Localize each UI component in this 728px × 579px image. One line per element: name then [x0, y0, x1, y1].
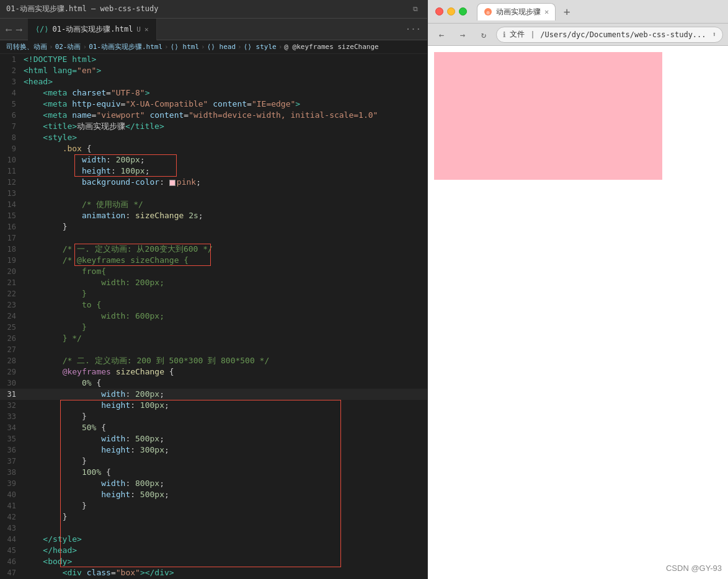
code-line: 25 }: [0, 322, 427, 333]
minimize-traffic-light[interactable]: [447, 7, 455, 15]
code-line: 21 width: 200px;: [0, 277, 427, 288]
code-line: 27: [0, 344, 427, 355]
code-line: 26 } */: [0, 333, 427, 344]
code-line: 12 background-color: pink;: [0, 177, 427, 188]
code-line: 33 }: [0, 411, 427, 422]
tab-close-button[interactable]: ✕: [144, 25, 149, 33]
code-line: 13: [0, 188, 427, 199]
code-line: 4 <meta charset="UTF-8">: [0, 87, 427, 99]
editor-title-bar: 01-动画实现步骤.html — web-css-study ⧉: [0, 0, 427, 19]
svg-text:⚙: ⚙: [487, 10, 490, 15]
code-line: 9 .box {: [0, 143, 427, 154]
code-line: 18 /* 一. 定义动画: 从200变大到600 */: [0, 244, 427, 255]
code-line: 8 <style>: [0, 132, 427, 143]
code-line: 47 <div class="box"></div>: [0, 567, 427, 578]
code-line: 39 width: 800px;: [0, 478, 427, 489]
code-line: 16 }: [0, 221, 427, 232]
code-line: 41 }: [0, 500, 427, 511]
code-line: 2 <html lang="en">: [0, 65, 427, 76]
browser-back-button[interactable]: ←: [433, 26, 450, 43]
traffic-lights: [435, 7, 467, 15]
address-lock-icon: ⬆: [712, 30, 716, 38]
code-line: 38 100% {: [0, 467, 427, 478]
tab-label: 01-动画实现步骤.html: [53, 24, 133, 35]
code-line: 10 width: 200px;: [0, 154, 427, 166]
tab-bar-icons: ⟵ ⟶: [0, 24, 28, 34]
address-text: 文件 ｜: [510, 29, 536, 40]
tab-modified-indicator: U: [136, 25, 141, 33]
address-info-icon: ℹ: [503, 30, 506, 39]
code-line: 17: [0, 232, 427, 244]
code-line-highlighted: 31 width: 200px;: [0, 389, 427, 400]
code-line: 11 height: 100px;: [0, 166, 427, 177]
code-line: 46 <body>: [0, 556, 427, 567]
code-line: 6 <meta name="viewport" content="width=d…: [0, 110, 427, 121]
address-bar[interactable]: ℹ 文件 ｜ /Users/dyc/Documents/web-css-stud…: [496, 27, 723, 43]
code-line: 15 animation: sizeChange 2s;: [0, 210, 427, 221]
breadcrumb-keyframes[interactable]: @ @keyframes sizeChange: [284, 43, 378, 51]
code-line: 7 <title>动画实现步骤</title>: [0, 121, 427, 132]
go-forward-icon[interactable]: ⟶: [16, 24, 21, 34]
code-line: 45 </head>: [0, 545, 427, 556]
tab-bar: ⟵ ⟶ ⟨/⟩ 01-动画实现步骤.html U ✕ ···: [0, 19, 427, 40]
code-line: 42 }: [0, 511, 427, 523]
code-line: 44 </style>: [0, 534, 427, 545]
color-swatch: [169, 180, 175, 186]
browser-title-bar: ⚙ 动画实现步骤 ✕ +: [428, 0, 728, 24]
browser-content: CSDN @GY-93: [428, 46, 728, 579]
code-line: 35 width: 500px;: [0, 433, 427, 444]
code-line: 40 height: 500px;: [0, 489, 427, 500]
tab-file-icon: ⟨/⟩: [35, 25, 49, 33]
browser-panel: ⚙ 动画实现步骤 ✕ + ← → ↻ ℹ 文件 ｜ /Users/dyc/Doc…: [428, 0, 728, 579]
breadcrumb-folder2[interactable]: 02-动画: [55, 42, 81, 51]
browser-tab-title: 动画实现步骤: [496, 7, 541, 17]
code-line: 32 height: 100px;: [0, 400, 427, 411]
code-line: 37 }: [0, 456, 427, 467]
breadcrumb-head[interactable]: ⟨⟩ head: [207, 43, 236, 51]
browser-active-tab[interactable]: ⚙ 动画实现步骤 ✕: [477, 3, 556, 20]
code-line: 3 <head>: [0, 76, 427, 87]
code-line: 1 <!DOCTYPE html>: [0, 54, 427, 65]
code-line: 14 /* 使用动画 */: [0, 199, 427, 210]
browser-nav-bar: ← → ↻ ℹ 文件 ｜ /Users/dyc/Documents/web-cs…: [428, 24, 728, 46]
breadcrumb-folder1[interactable]: 司转换、动画: [6, 42, 47, 51]
split-editor-button[interactable]: ⧉: [410, 4, 421, 15]
code-line: 34 50% {: [0, 422, 427, 433]
browser-new-tab-button[interactable]: +: [558, 3, 575, 20]
window-controls: ⧉: [410, 4, 421, 15]
tab-more-button[interactable]: ···: [399, 24, 427, 34]
browser-tab-icon: ⚙: [484, 7, 492, 16]
code-line: 30 0% {: [0, 378, 427, 389]
breadcrumb-html[interactable]: ⟨⟩ html: [171, 43, 199, 51]
browser-refresh-button[interactable]: ↻: [475, 26, 492, 43]
browser-forward-button[interactable]: →: [454, 26, 471, 43]
active-tab[interactable]: ⟨/⟩ 01-动画实现步骤.html U ✕: [28, 19, 157, 40]
maximize-traffic-light[interactable]: [459, 7, 467, 15]
code-line: 20 from{: [0, 266, 427, 277]
code-line: 19 /* @keyframes sizeChange {: [0, 255, 427, 266]
breadcrumb: 司转换、动画 › 02-动画 › 01-动画实现步骤.html › ⟨⟩ htm…: [0, 40, 427, 54]
code-line: 29 @keyframes sizeChange {: [0, 366, 427, 378]
code-line: 23 to {: [0, 299, 427, 311]
address-url: /Users/dyc/Documents/web-css-study...: [540, 30, 706, 39]
code-line: 24 width: 600px;: [0, 311, 427, 322]
code-line: 36 height: 300px;: [0, 444, 427, 456]
browser-tab-bar: ⚙ 动画实现步骤 ✕ +: [477, 3, 575, 20]
editor-title: 01-动画实现步骤.html — web-css-study: [6, 4, 158, 14]
editor-panel: 01-动画实现步骤.html — web-css-study ⧉ ⟵ ⟶ ⟨/⟩…: [0, 0, 428, 579]
code-line: 28 /* 二. 定义动画: 200 到 500*300 到 800*500 *…: [0, 355, 427, 366]
browser-tab-close-button[interactable]: ✕: [544, 7, 549, 16]
breadcrumb-file[interactable]: 01-动画实现步骤.html: [89, 42, 162, 51]
breadcrumb-style[interactable]: ⟨⟩ style: [244, 43, 277, 51]
preview-animated-box: [434, 52, 662, 180]
close-traffic-light[interactable]: [435, 7, 443, 15]
go-back-icon[interactable]: ⟵: [6, 24, 11, 34]
code-line: 5 <meta http-equiv="X-UA-Compatible" con…: [0, 99, 427, 110]
code-area[interactable]: 1 <!DOCTYPE html> 2 <html lang="en"> 3 <…: [0, 54, 427, 579]
watermark: CSDN @GY-93: [666, 564, 722, 573]
code-line: 22 }: [0, 288, 427, 299]
code-line: 43: [0, 523, 427, 534]
